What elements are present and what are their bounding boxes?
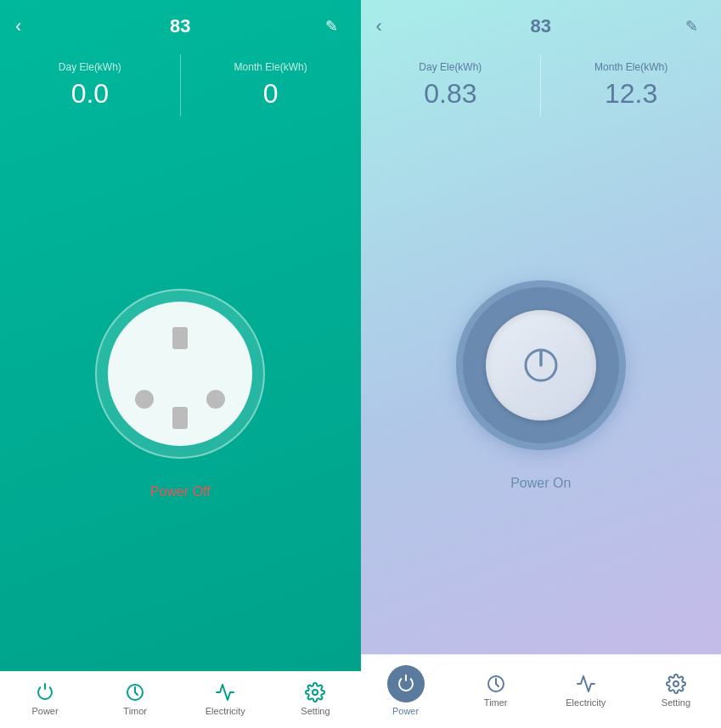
right-day-value: 0.83 bbox=[369, 78, 532, 110]
right-nav-electricity[interactable]: Electricity bbox=[541, 674, 631, 708]
right-panel: ‹ 83 ✎ Day Ele(kWh) 0.83 Month Ele(kWh) … bbox=[361, 0, 722, 728]
right-month-stat: Month Ele(kWh) 12.3 bbox=[540, 54, 721, 116]
left-main: Power Off bbox=[0, 116, 361, 671]
right-back-button[interactable]: ‹ bbox=[376, 15, 397, 37]
socket-pin-left bbox=[135, 390, 154, 409]
right-nav-setting[interactable]: Setting bbox=[631, 674, 721, 708]
left-day-label: Day Ele(kWh) bbox=[8, 61, 172, 73]
left-month-stat: Month Ele(kWh) 0 bbox=[180, 54, 361, 116]
socket-pin-bottom bbox=[172, 407, 188, 429]
left-nav-setting[interactable]: Setting bbox=[270, 682, 360, 716]
socket-icon[interactable] bbox=[95, 289, 265, 459]
left-month-value: 0 bbox=[189, 78, 352, 110]
right-day-label: Day Ele(kWh) bbox=[369, 61, 532, 73]
left-back-button[interactable]: ‹ bbox=[15, 15, 36, 37]
socket-pin-right bbox=[206, 390, 225, 409]
left-nav-timer-label: Timor bbox=[123, 706, 147, 716]
left-stats: Day Ele(kWh) 0.0 Month Ele(kWh) 0 bbox=[0, 54, 361, 116]
left-header: ‹ 83 ✎ bbox=[0, 0, 361, 46]
right-nav-timer[interactable]: Timer bbox=[451, 674, 541, 708]
svg-point-5 bbox=[673, 681, 679, 686]
left-edit-button[interactable]: ✎ bbox=[325, 17, 346, 36]
power-toggle-button[interactable] bbox=[486, 310, 596, 420]
right-status-text: Power On bbox=[510, 476, 571, 491]
power-button-outer bbox=[456, 280, 626, 450]
left-month-label: Month Ele(kWh) bbox=[189, 61, 352, 73]
socket-face bbox=[108, 302, 252, 446]
right-stats: Day Ele(kWh) 0.83 Month Ele(kWh) 12.3 bbox=[361, 54, 722, 116]
right-nav-power-circle bbox=[387, 665, 425, 703]
socket-pin-top bbox=[172, 327, 188, 349]
left-day-value: 0.0 bbox=[8, 78, 172, 110]
right-month-label: Month Ele(kWh) bbox=[549, 61, 713, 73]
right-day-stat: Day Ele(kWh) 0.83 bbox=[361, 54, 541, 116]
left-nav-timer[interactable]: Timor bbox=[90, 682, 180, 716]
right-nav-power-label: Power bbox=[392, 706, 419, 716]
left-nav-power[interactable]: Power bbox=[0, 682, 90, 716]
right-bottom-nav: Power Timer Electricity Setting bbox=[361, 654, 722, 728]
svg-point-1 bbox=[313, 690, 318, 695]
right-header: ‹ 83 ✎ bbox=[361, 0, 722, 46]
right-edit-button[interactable]: ✎ bbox=[685, 17, 706, 36]
left-nav-setting-label: Setting bbox=[301, 706, 330, 716]
left-bottom-nav: Power Timor Electricity Setting bbox=[0, 671, 361, 728]
left-status-text: Power Off bbox=[150, 484, 211, 499]
left-panel: ‹ 83 ✎ Day Ele(kWh) 0.0 Month Ele(kWh) 0… bbox=[0, 0, 361, 728]
right-nav-electricity-label: Electricity bbox=[566, 697, 606, 708]
right-nav-timer-label: Timer bbox=[484, 697, 508, 708]
left-nav-electricity-label: Electricity bbox=[206, 706, 245, 716]
left-day-stat: Day Ele(kWh) 0.0 bbox=[0, 54, 180, 116]
right-main: Power On bbox=[361, 116, 722, 654]
left-nav-electricity[interactable]: Electricity bbox=[180, 682, 270, 716]
right-title: 83 bbox=[397, 15, 686, 37]
right-nav-setting-label: Setting bbox=[662, 697, 690, 708]
left-title: 83 bbox=[36, 15, 325, 37]
right-month-value: 12.3 bbox=[549, 78, 713, 110]
right-nav-power[interactable]: Power bbox=[361, 665, 451, 716]
left-nav-power-label: Power bbox=[31, 706, 58, 716]
